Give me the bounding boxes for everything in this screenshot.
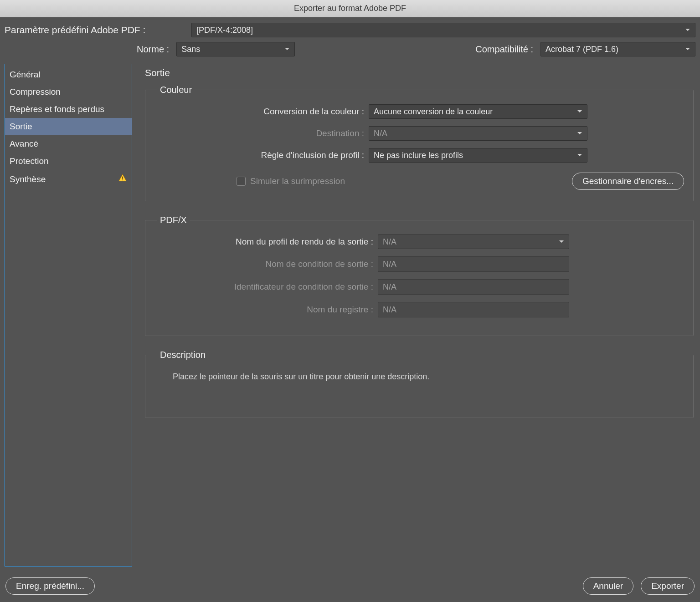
dialog-footer: Enreg. prédéfini... Annuler Exporter (0, 571, 700, 602)
output-condition-id-label: Identificateur de condition de sortie : (154, 282, 378, 292)
sidebar-item-label: Sortie (10, 122, 32, 132)
color-conversion-label: Conversion de la couleur : (154, 107, 369, 117)
chevron-down-icon (284, 47, 290, 51)
profile-policy-label: Règle d'inclusion de profil : (154, 150, 369, 160)
preset-label: Paramètre prédéfini Adobe PDF : (5, 25, 191, 36)
color-conversion-select[interactable]: Aucune conversion de la couleur (369, 104, 587, 119)
preset-select[interactable]: [PDF/X-4:2008] (191, 23, 695, 37)
output-intent-profile-value: N/A (383, 237, 396, 247)
sidebar-item-label: Synthèse (10, 174, 46, 184)
sidebar-item-advanced[interactable]: Avancé (5, 135, 132, 153)
sidebar-item-output[interactable]: Sortie (5, 118, 132, 135)
chevron-down-icon (577, 132, 582, 135)
profile-policy-select[interactable]: Ne pas inclure les profils (369, 148, 587, 163)
window-title: Exporter au format Adobe PDF (294, 4, 406, 13)
warning-icon (118, 173, 127, 185)
sidebar-item-label: Repères et fonds perdus (10, 104, 104, 114)
top-controls: Paramètre prédéfini Adobe PDF : [PDF/X-4… (0, 17, 700, 64)
preset-value: [PDF/X-4:2008] (196, 26, 253, 35)
sidebar-item-marks-bleeds[interactable]: Repères et fonds perdus (5, 101, 132, 118)
output-intent-profile-select: N/A (378, 235, 569, 249)
cancel-button[interactable]: Annuler (583, 577, 634, 595)
chevron-down-icon (559, 240, 564, 244)
description-text: Placez le pointeur de la souris sur un t… (154, 369, 684, 382)
destination-label: Destination : (154, 128, 369, 138)
pdfx-group: PDF/X Nom du profil de rendu de la sorti… (145, 215, 694, 336)
sidebar-item-compression[interactable]: Compression (5, 83, 132, 101)
export-button[interactable]: Exporter (641, 577, 695, 595)
main-panel: Sortie Couleur Conversion de la couleur … (145, 64, 695, 566)
output-condition-name-label: Nom de condition de sortie : (154, 259, 378, 269)
window-titlebar: Exporter au format Adobe PDF (0, 0, 700, 17)
simulate-overprint-checkbox (237, 177, 246, 186)
compatibility-select[interactable]: Acrobat 7 (PDF 1.6) (540, 42, 695, 56)
standard-value: Sans (181, 45, 200, 54)
ink-manager-button[interactable]: Gestionnaire d'encres... (572, 173, 684, 190)
destination-value: N/A (374, 129, 387, 138)
chevron-down-icon (577, 153, 582, 157)
sidebar-item-label: Avancé (10, 139, 38, 149)
destination-select: N/A (369, 126, 587, 141)
output-intent-profile-label: Nom du profil de rendu de la sortie : (154, 237, 378, 247)
svg-rect-1 (122, 179, 123, 180)
standard-select[interactable]: Sans (176, 42, 295, 56)
registry-name-label: Nom du registre : (154, 305, 378, 315)
color-legend: Couleur (157, 85, 195, 95)
sidebar-item-general[interactable]: Général (5, 66, 132, 83)
sidebar-item-security[interactable]: Protection (5, 153, 132, 170)
sidebar-item-label: Général (10, 70, 41, 80)
save-preset-button[interactable]: Enreg. prédéfini... (5, 577, 95, 595)
description-legend: Description (157, 350, 208, 360)
chevron-down-icon (685, 47, 690, 51)
chevron-down-icon (577, 110, 582, 113)
registry-name-input (378, 302, 569, 317)
compatibility-label: Compatibilité : (475, 44, 537, 55)
color-group: Couleur Conversion de la couleur : Aucun… (145, 85, 694, 201)
panel-title: Sortie (145, 67, 694, 78)
compatibility-value: Acrobat 7 (PDF 1.6) (546, 45, 618, 54)
svg-rect-0 (122, 177, 123, 179)
standard-label: Norme : (137, 44, 173, 55)
category-sidebar: Général Compression Repères et fonds per… (5, 64, 132, 566)
simulate-overprint-label: Simuler la surimpression (250, 176, 345, 186)
color-conversion-value: Aucune conversion de la couleur (374, 107, 493, 117)
chevron-down-icon (685, 28, 690, 32)
sidebar-item-label: Compression (10, 87, 61, 97)
description-group: Description Placez le pointeur de la sou… (145, 350, 694, 418)
output-condition-id-input (378, 279, 569, 295)
output-condition-name-input (378, 256, 569, 272)
pdfx-legend: PDF/X (157, 215, 190, 225)
profile-policy-value: Ne pas inclure les profils (374, 151, 463, 160)
sidebar-item-label: Protection (10, 156, 49, 166)
sidebar-item-summary[interactable]: Synthèse (5, 170, 132, 189)
